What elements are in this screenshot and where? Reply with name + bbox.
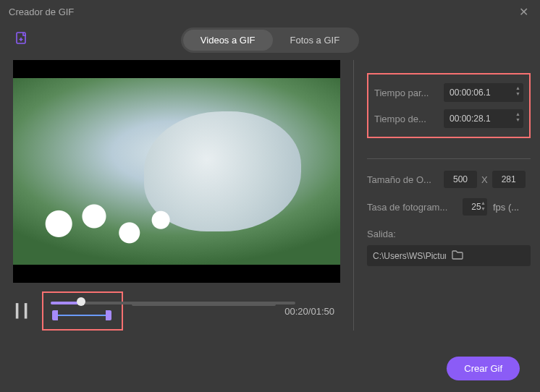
toolbar-row: Videos a GIF Fotos a GIF bbox=[0, 23, 540, 60]
mode-tabs: Videos a GIF Fotos a GIF bbox=[181, 27, 359, 53]
tab-photos-to-gif[interactable]: Fotos a GIF bbox=[273, 30, 358, 51]
fps-stepper[interactable]: ▲▼ bbox=[481, 200, 486, 212]
close-icon[interactable]: ✕ bbox=[516, 2, 531, 22]
end-time-row: Tiempo de... ▲▼ bbox=[374, 109, 523, 128]
playback-controls: ▎▎ 00:20/01:50 bbox=[13, 283, 340, 331]
tab-videos-to-gif[interactable]: Videos a GIF bbox=[183, 30, 273, 51]
window-title: Creador de GIF bbox=[9, 7, 74, 17]
time-total: 01:50 bbox=[311, 306, 334, 317]
end-time-label: Tiempo de... bbox=[374, 114, 438, 124]
output-path-text: C:\Users\WS\Pictures\Wonde bbox=[373, 251, 446, 261]
clip-range-track bbox=[55, 315, 109, 316]
fps-unit: fps (... bbox=[493, 202, 519, 213]
start-time-row: Tiempo par... ▲▼ bbox=[374, 83, 523, 102]
timeline-track[interactable] bbox=[51, 302, 295, 304]
start-time-input[interactable] bbox=[444, 83, 523, 102]
end-time-input[interactable] bbox=[444, 109, 523, 128]
video-preview[interactable] bbox=[13, 60, 340, 283]
preview-panel: ▎▎ 00:20/01:50 bbox=[13, 60, 340, 331]
start-time-stepper[interactable]: ▲▼ bbox=[515, 85, 520, 97]
fps-label: Tasa de fotogram... bbox=[367, 202, 457, 213]
settings-panel: Tiempo par... ▲▼ Tiempo de... ▲▼ Tamaño … bbox=[353, 60, 531, 331]
video-frame bbox=[13, 78, 340, 265]
width-input[interactable] bbox=[444, 171, 477, 188]
playhead[interactable] bbox=[77, 297, 85, 306]
pause-button[interactable]: ▎▎ bbox=[16, 303, 33, 319]
time-readout: 00:20/01:50 bbox=[284, 306, 337, 317]
divider bbox=[367, 158, 531, 159]
output-path-field: C:\Users\WS\Pictures\Wonde bbox=[367, 245, 531, 266]
timeline-highlight bbox=[42, 291, 123, 331]
output-label: Salida: bbox=[367, 229, 531, 239]
time-current: 00:20 bbox=[284, 306, 308, 317]
output-size-label: Tamaño de O... bbox=[367, 174, 439, 185]
clip-start-handle[interactable] bbox=[52, 310, 58, 320]
fps-row: Tasa de fotogram... ▲▼ fps (... bbox=[367, 198, 531, 216]
add-file-icon[interactable] bbox=[14, 31, 29, 49]
size-separator: X bbox=[481, 174, 488, 185]
output-size-row: Tamaño de O... X bbox=[367, 171, 531, 188]
timeline[interactable] bbox=[51, 297, 114, 323]
create-gif-button[interactable]: Crear Gif bbox=[447, 357, 520, 380]
clip-end-handle[interactable] bbox=[106, 310, 111, 320]
time-range-highlight: Tiempo par... ▲▼ Tiempo de... ▲▼ bbox=[367, 73, 531, 138]
titlebar: Creador de GIF ✕ bbox=[0, 0, 540, 23]
height-input[interactable] bbox=[492, 171, 526, 188]
folder-icon[interactable] bbox=[452, 250, 525, 262]
start-time-label: Tiempo par... bbox=[374, 88, 438, 98]
footer: Crear Gif bbox=[447, 357, 520, 380]
end-time-stepper[interactable]: ▲▼ bbox=[515, 111, 520, 123]
